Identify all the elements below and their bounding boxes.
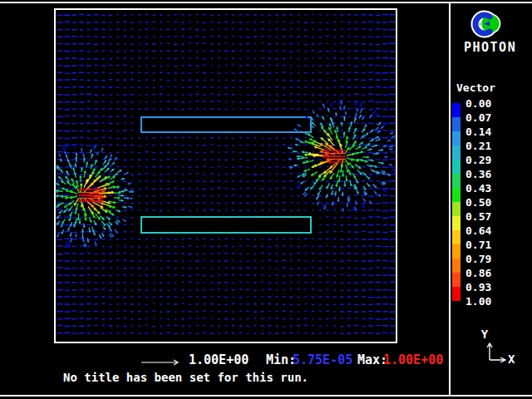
field-arrow [97, 184, 108, 189]
field-arrow [389, 164, 392, 165]
field-arrow [371, 170, 375, 171]
field-arrow [301, 181, 304, 184]
legend-label: 0.79 [466, 253, 491, 265]
field-arrow [62, 219, 65, 224]
field-arrow [393, 170, 395, 170]
field-arrow [362, 117, 364, 120]
field-arrow [341, 122, 342, 126]
field-arrow [323, 104, 325, 108]
field-arrow [355, 103, 357, 106]
field-arrow [122, 219, 126, 221]
field-arrow [91, 165, 92, 169]
legend-swatch [452, 188, 461, 202]
min-value: 5.75E-05 [293, 352, 352, 367]
field-arrow [129, 190, 132, 192]
field-arrow [364, 125, 367, 128]
field-arrow [91, 169, 95, 175]
field-arrow [340, 107, 342, 111]
field-arrow [328, 109, 329, 113]
field-arrow [289, 159, 292, 160]
field-arrow [373, 111, 376, 115]
field-arrow [331, 173, 334, 179]
field-arrow [346, 165, 348, 172]
photon-screen: PHOTON Vector 0.000.070.140.210.290.360.… [0, 0, 532, 399]
field-arrow [109, 228, 111, 230]
field-arrow [66, 146, 67, 150]
field-arrow [116, 219, 120, 222]
field-arrow [335, 191, 337, 195]
field-arrow [67, 160, 69, 164]
field-arrow [348, 197, 350, 201]
field-arrow [354, 118, 356, 123]
field-arrow [124, 197, 129, 199]
field-arrow [61, 160, 62, 162]
field-arrow [75, 173, 76, 178]
field-arrow [79, 219, 81, 224]
field-arrow [319, 172, 325, 177]
field-arrow [290, 167, 293, 169]
field-arrow [381, 126, 383, 129]
field-arrow [99, 234, 101, 238]
field-arrow [121, 179, 125, 180]
field-arrow [119, 195, 123, 196]
bottom-border-line [0, 395, 532, 397]
field-arrow [388, 145, 392, 147]
field-arrow [342, 208, 344, 211]
field-arrow [81, 168, 82, 172]
field-arrow [103, 160, 106, 165]
field-arrow [326, 194, 328, 197]
field-arrow [110, 177, 115, 180]
field-arrow [115, 222, 117, 224]
field-arrow [336, 180, 337, 186]
legend-swatch [452, 131, 461, 145]
field-arrow [293, 150, 298, 152]
field-arrow [70, 212, 72, 216]
field-arrow [59, 210, 62, 214]
field-arrow [70, 165, 71, 169]
field-arrow [304, 169, 310, 171]
field-arrow [374, 191, 377, 194]
field-arrow [91, 155, 93, 159]
field-arrow [114, 197, 120, 199]
field-arrow [294, 165, 298, 166]
field-arrow [115, 229, 117, 233]
legend-swatch [452, 259, 461, 273]
field-arrow [366, 144, 370, 145]
field-arrow [338, 186, 340, 191]
x-axis-label: X [508, 352, 515, 366]
field-arrow [57, 205, 60, 207]
field-arrow [328, 139, 334, 145]
axis-indicator: Y X [474, 326, 529, 372]
field-arrow [65, 152, 66, 155]
legend-label: 0.36 [466, 168, 491, 180]
field-arrow [355, 165, 361, 169]
field-arrow [384, 156, 387, 158]
field-arrow [305, 194, 308, 196]
field-arrow [370, 140, 374, 142]
vector-plot-frame [54, 8, 397, 343]
field-arrow [359, 116, 361, 119]
legend-label: 0.86 [466, 267, 491, 279]
field-arrow [82, 234, 84, 239]
field-arrow [323, 204, 323, 206]
field-arrow [57, 191, 58, 193]
field-arrow [59, 177, 63, 180]
scale-arrow-icon [140, 357, 186, 368]
field-arrow [353, 135, 356, 140]
field-arrow [114, 158, 116, 161]
field-arrow [83, 224, 85, 227]
field-arrow [374, 137, 378, 140]
field-arrow [108, 222, 111, 225]
legend-label: 0.21 [466, 140, 491, 152]
legend-label: 0.71 [466, 239, 491, 251]
field-arrow [356, 146, 361, 149]
field-arrow [71, 222, 72, 226]
field-arrow [300, 141, 305, 143]
field-arrow [95, 241, 96, 244]
field-arrow [303, 192, 306, 195]
field-arrow [83, 155, 85, 158]
field-arrow [119, 190, 124, 192]
field-arrow [392, 171, 395, 172]
field-arrow [95, 160, 97, 165]
field-arrow [357, 190, 358, 194]
